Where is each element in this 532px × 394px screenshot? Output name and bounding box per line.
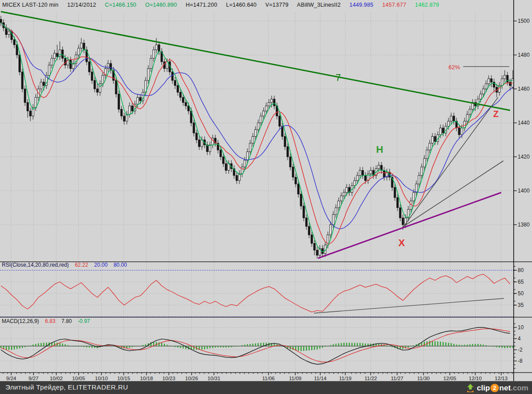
svg-text:10/23: 10/23 bbox=[163, 376, 176, 381]
svg-text:65: 65 bbox=[518, 279, 524, 285]
trading-terminal-screenshot: 62%7HXZ150014801460144014201400138080655… bbox=[0, 0, 532, 394]
svg-text:10: 10 bbox=[518, 324, 524, 331]
logo-com-text: .com bbox=[511, 384, 528, 393]
macd-indicator-name: MACD(12,26,9) bbox=[2, 318, 39, 324]
svg-text:Z: Z bbox=[493, 109, 498, 119]
svg-text:35: 35 bbox=[518, 302, 524, 308]
svg-text:12/10: 12/10 bbox=[469, 376, 482, 381]
svg-text:1400: 1400 bbox=[518, 188, 530, 194]
svg-text:10/02: 10/02 bbox=[50, 376, 63, 381]
low-value: L=1460.640 bbox=[226, 2, 256, 8]
svg-text:12/13: 12/13 bbox=[495, 376, 508, 381]
macd-hist-value: -0.97 bbox=[78, 318, 90, 324]
clip2net-watermark: clip 2 net .com bbox=[465, 383, 528, 393]
svg-text:7: 7 bbox=[335, 72, 341, 83]
svg-text:10/26: 10/26 bbox=[185, 376, 198, 381]
svg-text:-8: -8 bbox=[518, 358, 523, 364]
symbol-label: MICEX LAST-120 min bbox=[2, 2, 59, 8]
brand-text: Элитный Трейдер, ELITETRADER.RU bbox=[5, 383, 128, 391]
high-value: H=1471.200 bbox=[186, 2, 217, 8]
svg-text:9/27: 9/27 bbox=[29, 376, 38, 381]
svg-text:X: X bbox=[398, 237, 405, 248]
svg-text:1380: 1380 bbox=[518, 222, 530, 228]
svg-text:11/30: 11/30 bbox=[417, 376, 430, 381]
footer-bar: Элитный Трейдер, ELITETRADER.RU clip 2 n… bbox=[0, 381, 532, 394]
svg-text:4: 4 bbox=[518, 335, 521, 342]
macd-value: 6.83 bbox=[45, 318, 55, 324]
indicator-name: ABillW_3LinesII2 bbox=[297, 2, 341, 8]
ma-red-value: 1457.677 bbox=[382, 2, 406, 8]
svg-text:10/31: 10/31 bbox=[208, 376, 221, 381]
rsi-label-row: RSI(Close,14,20,80,red,red) 62.22 20.00 … bbox=[2, 262, 131, 268]
close-value: C=1466.150 bbox=[105, 2, 136, 8]
svg-text:H: H bbox=[376, 144, 383, 155]
svg-text:9/24: 9/24 bbox=[6, 376, 17, 381]
svg-text:1440: 1440 bbox=[518, 120, 530, 126]
ma-green-value: 1462.879 bbox=[415, 2, 439, 8]
chart-header: MICEX LAST-120 min 12/14/2012 C=1466.150… bbox=[2, 2, 511, 8]
svg-text:10/15: 10/15 bbox=[117, 376, 130, 381]
svg-text:11/22: 11/22 bbox=[364, 376, 377, 381]
ma-blue-value: 1449.985 bbox=[349, 2, 373, 8]
logo-2-badge: 2 bbox=[490, 384, 499, 392]
logo-clip-text: clip bbox=[477, 384, 490, 393]
svg-text:11/09: 11/09 bbox=[289, 376, 302, 381]
macd-label-row: MACD(12,26,9) 6.83 7.80 -0.97 bbox=[2, 318, 94, 324]
volume-value: V=13779 bbox=[265, 2, 289, 8]
svg-text:12/05: 12/05 bbox=[444, 376, 457, 381]
date-label: 12/14/2012 bbox=[67, 2, 96, 8]
svg-text:50: 50 bbox=[518, 290, 524, 297]
clip2net-upload-icon bbox=[465, 384, 475, 393]
svg-text:1480: 1480 bbox=[518, 52, 530, 58]
svg-text:62%: 62% bbox=[448, 64, 460, 71]
logo-net-text: net bbox=[499, 384, 511, 393]
svg-text:11/19: 11/19 bbox=[339, 376, 352, 381]
svg-text:11/06: 11/06 bbox=[262, 376, 275, 381]
svg-text:10/05: 10/05 bbox=[72, 376, 85, 381]
svg-text:1460: 1460 bbox=[518, 86, 530, 92]
svg-text:10/10: 10/10 bbox=[95, 376, 108, 381]
rsi-low-level: 20.00 bbox=[94, 262, 108, 268]
rsi-value: 62.22 bbox=[75, 262, 88, 268]
rsi-indicator-name: RSI(Close,14,20,80,red,red) bbox=[2, 262, 69, 268]
macd-signal-value: 7.80 bbox=[61, 318, 71, 324]
svg-text:10/18: 10/18 bbox=[140, 376, 153, 381]
svg-text:80: 80 bbox=[518, 267, 524, 273]
svg-text:11/14: 11/14 bbox=[314, 376, 327, 381]
svg-text:1500: 1500 bbox=[518, 18, 530, 24]
rsi-high-level: 80.00 bbox=[113, 262, 127, 268]
svg-text:-2: -2 bbox=[518, 347, 523, 353]
open-value: O=1460.890 bbox=[145, 2, 177, 8]
svg-text:1420: 1420 bbox=[518, 154, 530, 160]
svg-text:11/27: 11/27 bbox=[391, 376, 403, 381]
